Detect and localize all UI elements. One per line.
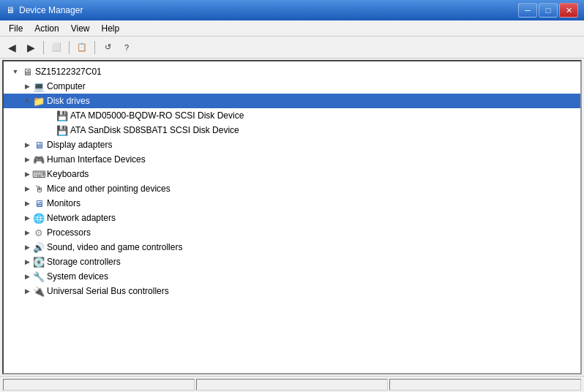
- icon-storage: 💽: [33, 256, 45, 268]
- window-title: Device Manager: [19, 5, 83, 15]
- tree-item-keyboards[interactable]: ▶ ⌨ Keyboards: [4, 167, 580, 181]
- status-bar: [0, 376, 584, 392]
- tree-item-disk1[interactable]: ▶ 💾 ATA MD05000-BQDW-RO SCSI Disk Device: [4, 108, 580, 123]
- forward-button[interactable]: ▶: [22, 39, 40, 56]
- label-storage: Storage controllers: [47, 257, 121, 267]
- toolbar-sep-3: [94, 41, 95, 54]
- tree-item-monitors[interactable]: ▶ 🖥 Monitors: [4, 196, 580, 211]
- label-mice: Mice and other pointing devices: [47, 184, 171, 194]
- label-processors: Processors: [47, 227, 91, 238]
- label-system: System devices: [47, 271, 108, 282]
- icon-computer-node: 💻: [33, 80, 45, 92]
- label-disk-drives: Disk drives: [47, 96, 90, 106]
- status-pane-2: [196, 379, 388, 391]
- toggle-root[interactable]: ▼: [10, 66, 21, 78]
- properties-button[interactable]: 📋: [73, 39, 91, 56]
- status-pane-3: [389, 379, 581, 391]
- label-root: SZ15122327C01: [35, 67, 102, 77]
- minimize-button[interactable]: ─: [518, 3, 537, 18]
- icon-keyboards: ⌨: [33, 168, 45, 180]
- icon-display: 🖥: [33, 139, 45, 151]
- title-bar: 🖥 Device Manager ─ □ ✕: [0, 0, 584, 20]
- label-hid: Human Interface Devices: [47, 154, 146, 165]
- toggle-processors[interactable]: ▶: [21, 227, 33, 238]
- menu-action[interactable]: Action: [29, 22, 64, 35]
- label-disk1: ATA MD05000-BQDW-RO SCSI Disk Device: [70, 110, 244, 121]
- menu-bar: File Action View Help: [0, 20, 584, 37]
- toggle-disk-drives[interactable]: ▼: [21, 95, 33, 107]
- icon-network: 🌐: [33, 212, 45, 224]
- label-disk2: ATA SanDisk SD8SBAT1 SCSI Disk Device: [70, 125, 239, 135]
- label-computer: Computer: [47, 81, 86, 91]
- close-button[interactable]: ✕: [559, 3, 578, 18]
- icon-disk-drives: 📁: [33, 95, 45, 107]
- tree-item-usb[interactable]: ▶ 🔌 Universal Serial Bus controllers: [4, 284, 580, 298]
- menu-view[interactable]: View: [65, 22, 96, 35]
- title-bar-controls: ─ □ ✕: [518, 3, 578, 18]
- tree-item-network[interactable]: ▶ 🌐 Network adapters: [4, 211, 580, 225]
- tree-item-mice[interactable]: ▶ 🖱 Mice and other pointing devices: [4, 181, 580, 196]
- icon-disk2: 💾: [56, 124, 68, 136]
- icon-system: 🔧: [33, 271, 45, 282]
- toolbar-sep-1: [43, 41, 44, 54]
- back-button[interactable]: ◀: [3, 39, 20, 56]
- tree-item-disk2[interactable]: ▶ 💾 ATA SanDisk SD8SBAT1 SCSI Disk Devic…: [4, 123, 580, 137]
- window-icon: 🖥: [6, 5, 15, 15]
- menu-file[interactable]: File: [3, 22, 29, 35]
- tree-item-disk-drives[interactable]: ▼ 📁 Disk drives: [4, 94, 580, 108]
- toggle-sound[interactable]: ▶: [21, 241, 33, 253]
- tree-item-storage[interactable]: ▶ 💽 Storage controllers: [4, 255, 580, 269]
- toggle-system[interactable]: ▶: [21, 271, 33, 282]
- show-hide-button[interactable]: ⬜: [48, 39, 65, 56]
- icon-usb: 🔌: [33, 285, 45, 297]
- refresh-button[interactable]: ↺: [99, 39, 116, 56]
- tree-item-processors[interactable]: ▶ ⚙ Processors: [4, 225, 580, 240]
- tree-item-computer[interactable]: ▶ 💻 Computer: [4, 79, 580, 94]
- icon-processors: ⚙: [33, 227, 45, 238]
- toggle-storage[interactable]: ▶: [21, 256, 33, 268]
- label-monitors: Monitors: [47, 198, 81, 208]
- toolbar: ◀ ▶ ⬜ 📋 ↺ ?: [0, 37, 584, 59]
- status-pane-1: [3, 379, 195, 391]
- label-display: Display adapters: [47, 140, 112, 150]
- menu-help[interactable]: Help: [96, 22, 126, 35]
- toggle-usb[interactable]: ▶: [21, 285, 33, 297]
- title-bar-left: 🖥 Device Manager: [6, 5, 83, 15]
- help-button[interactable]: ?: [118, 39, 135, 56]
- toggle-computer[interactable]: ▶: [21, 80, 33, 92]
- toggle-mice[interactable]: ▶: [21, 183, 33, 195]
- label-keyboards: Keyboards: [47, 169, 89, 179]
- tree-item-system[interactable]: ▶ 🔧 System devices: [4, 269, 580, 284]
- icon-hid: 🎮: [33, 154, 45, 165]
- toolbar-sep-2: [69, 41, 70, 54]
- toggle-monitors[interactable]: ▶: [21, 197, 33, 209]
- content-area[interactable]: ▼ 🖥 SZ15122327C01 ▶ 💻 Computer ▼ 📁 Disk …: [2, 60, 582, 374]
- icon-sound: 🔊: [33, 241, 45, 253]
- label-network: Network adapters: [47, 213, 116, 223]
- tree-item-root[interactable]: ▼ 🖥 SZ15122327C01: [4, 64, 580, 79]
- toggle-network[interactable]: ▶: [21, 212, 33, 224]
- tree-item-display[interactable]: ▶ 🖥 Display adapters: [4, 137, 580, 152]
- icon-monitors: 🖥: [33, 197, 45, 209]
- label-sound: Sound, video and game controllers: [47, 242, 182, 252]
- maximize-button[interactable]: □: [539, 3, 558, 18]
- tree-item-hid[interactable]: ▶ 🎮 Human Interface Devices: [4, 152, 580, 167]
- label-usb: Universal Serial Bus controllers: [47, 286, 169, 296]
- tree-item-sound[interactable]: ▶ 🔊 Sound, video and game controllers: [4, 240, 580, 255]
- icon-computer: 🖥: [21, 66, 33, 78]
- icon-mice: 🖱: [33, 183, 45, 195]
- toggle-display[interactable]: ▶: [21, 139, 33, 151]
- icon-disk1: 💾: [56, 110, 68, 121]
- toggle-hid[interactable]: ▶: [21, 154, 33, 165]
- tree-view: ▼ 🖥 SZ15122327C01 ▶ 💻 Computer ▼ 📁 Disk …: [4, 61, 580, 373]
